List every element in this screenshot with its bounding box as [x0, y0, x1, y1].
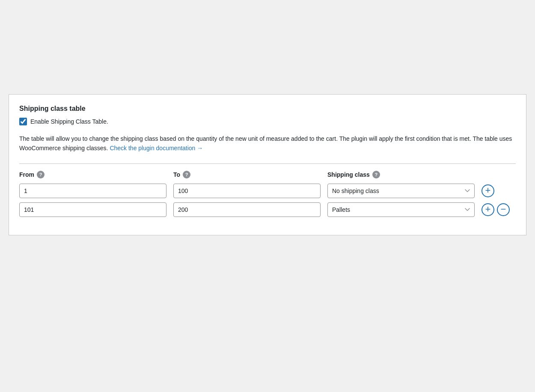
enable-checkbox-row: Enable Shipping Class Table. — [19, 118, 516, 125]
shipping-class-table-card: Shipping class table Enable Shipping Cla… — [9, 94, 526, 235]
enable-checkbox-label[interactable]: Enable Shipping Class Table. — [30, 118, 108, 125]
table-row: No shipping class Pallets — [19, 202, 516, 217]
to-input-row2[interactable] — [173, 202, 321, 217]
row1-actions — [482, 184, 516, 197]
row2-actions — [482, 203, 516, 216]
doc-link[interactable]: Check the plugin documentation → — [110, 145, 203, 151]
add-row-button-row2[interactable] — [482, 203, 494, 216]
shipping-class-select-row1[interactable]: No shipping class Pallets — [327, 184, 475, 198]
shipping-class-help-icon[interactable]: ? — [372, 171, 380, 178]
table-header: From ? To ? Shipping class ? — [19, 171, 516, 178]
from-help-icon[interactable]: ? — [37, 171, 45, 178]
col-header-to: To ? — [173, 171, 321, 178]
section-title: Shipping class table — [19, 105, 516, 113]
to-help-icon[interactable]: ? — [183, 171, 190, 178]
shipping-class-select-row2[interactable]: No shipping class Pallets — [327, 202, 475, 217]
from-input-row1[interactable] — [19, 184, 166, 198]
to-input-row1[interactable] — [173, 184, 321, 198]
col-header-shipping-class: Shipping class ? — [327, 171, 475, 178]
from-input-row2[interactable] — [19, 202, 166, 217]
shipping-class-table: From ? To ? Shipping class ? No shipp — [19, 163, 516, 217]
enable-shipping-class-checkbox[interactable] — [19, 118, 27, 125]
description-text: The table will allow you to change the s… — [19, 134, 516, 153]
col-header-from: From ? — [19, 171, 166, 178]
remove-row-button-row2[interactable] — [497, 203, 510, 216]
table-row: No shipping class Pallets — [19, 184, 516, 198]
add-row-button-row1[interactable] — [482, 184, 494, 197]
